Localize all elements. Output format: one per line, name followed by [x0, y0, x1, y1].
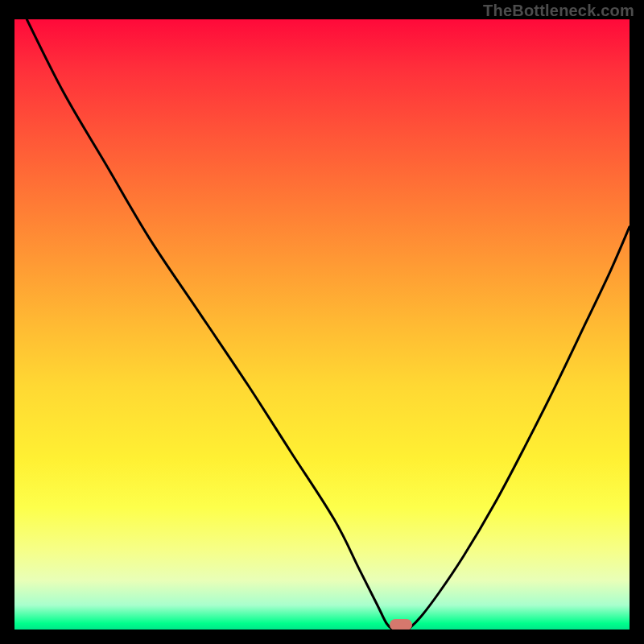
curve-left-branch: [27, 19, 393, 630]
plot-area: [14, 19, 630, 630]
chart-frame: TheBottleneck.com: [0, 0, 644, 644]
optimum-marker: [390, 619, 412, 630]
attribution-label: TheBottleneck.com: [483, 2, 634, 20]
curve-right-branch: [408, 227, 630, 630]
bottleneck-curve: [14, 19, 630, 630]
